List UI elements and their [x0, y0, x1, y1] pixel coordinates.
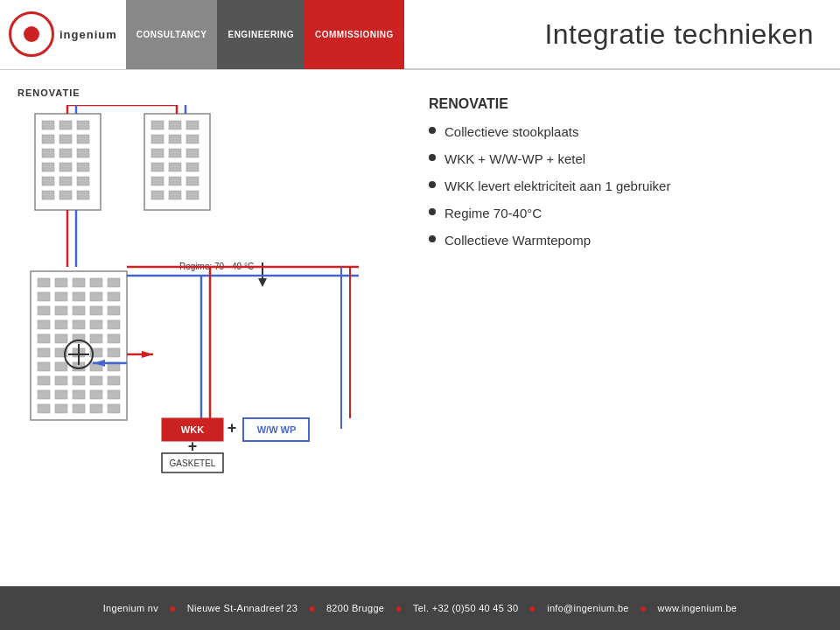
svg-rect-24 — [169, 135, 181, 144]
svg-rect-23 — [151, 135, 164, 144]
footer-dot: ● — [640, 601, 648, 615]
svg-rect-85 — [38, 390, 50, 399]
svg-rect-48 — [90, 278, 102, 287]
svg-rect-7 — [42, 149, 54, 158]
svg-rect-49 — [108, 278, 120, 287]
logo-circle-inner — [24, 26, 39, 42]
svg-rect-18 — [77, 191, 89, 200]
svg-rect-35 — [151, 191, 164, 200]
svg-rect-87 — [73, 390, 85, 399]
svg-rect-20 — [151, 121, 164, 130]
svg-rect-5 — [60, 135, 72, 144]
svg-rect-66 — [55, 334, 67, 343]
footer-website: www.ingenium.be — [658, 603, 738, 613]
svg-rect-69 — [108, 334, 120, 343]
list-item: WKK + W/W-WP + ketel — [429, 150, 814, 168]
svg-rect-46 — [55, 278, 67, 287]
svg-rect-27 — [169, 149, 181, 158]
svg-rect-92 — [73, 404, 85, 413]
svg-rect-30 — [169, 163, 181, 172]
svg-rect-15 — [77, 177, 89, 186]
svg-rect-76 — [55, 362, 67, 371]
bullet-dot — [429, 208, 436, 215]
svg-rect-80 — [38, 376, 50, 385]
svg-text:W/W WP: W/W WP — [257, 424, 297, 435]
svg-rect-82 — [73, 376, 85, 385]
svg-rect-90 — [38, 404, 50, 413]
svg-rect-9 — [77, 149, 89, 158]
svg-rect-37 — [186, 191, 199, 200]
footer-dot: ● — [169, 601, 177, 615]
svg-rect-13 — [42, 177, 54, 186]
svg-text:GASKETEL: GASKETEL — [170, 458, 216, 468]
svg-rect-83 — [90, 376, 102, 385]
text-area: RENOVATIE Collectieve stookplaats WKK + … — [420, 79, 840, 586]
svg-rect-32 — [151, 177, 164, 186]
svg-rect-33 — [169, 177, 181, 186]
svg-rect-93 — [90, 404, 102, 413]
list-item: WKK levert elektriciteit aan 1 gebruiker — [429, 177, 814, 195]
svg-text:+: + — [188, 438, 198, 455]
svg-rect-62 — [73, 320, 85, 329]
list-item: Regime 70-40°C — [429, 204, 814, 222]
svg-rect-57 — [73, 306, 85, 315]
svg-rect-29 — [151, 163, 164, 172]
svg-rect-8 — [60, 149, 72, 158]
footer-email: info@ingenium.be — [547, 603, 629, 613]
svg-rect-17 — [60, 191, 72, 200]
bullet-dot — [429, 154, 436, 161]
svg-rect-4 — [42, 135, 54, 144]
svg-rect-65 — [38, 334, 50, 343]
footer-tel: Tel. +32 (0)50 40 45 30 — [413, 603, 518, 613]
renovatie-label-top: RENOVATIE — [18, 88, 411, 98]
svg-rect-6 — [77, 135, 89, 144]
footer-city: 8200 Brugge — [326, 603, 384, 613]
svg-rect-31 — [186, 163, 199, 172]
footer-address: Nieuwe St-Annadreef 23 — [187, 603, 298, 613]
logo-text: ingenium — [60, 28, 117, 41]
footer-dot: ● — [395, 601, 402, 615]
svg-marker-102 — [258, 278, 267, 287]
renovatie-heading: RENOVATIE — [429, 96, 814, 112]
svg-rect-28 — [186, 149, 199, 158]
list-item: Collectieve Warmtepomp — [429, 231, 814, 249]
svg-rect-86 — [55, 390, 67, 399]
footer-dot: ● — [308, 601, 316, 615]
nav-tab-consultancy[interactable]: CONSULTANCY — [126, 0, 218, 69]
svg-rect-56 — [55, 306, 67, 315]
svg-rect-63 — [90, 320, 102, 329]
svg-rect-61 — [55, 320, 67, 329]
svg-rect-16 — [42, 191, 54, 200]
svg-text:+: + — [228, 419, 237, 437]
header: ingenium CONSULTANCY ENGINEERING COMMISS… — [0, 0, 840, 70]
svg-rect-3 — [77, 121, 89, 130]
svg-marker-116 — [142, 351, 153, 358]
svg-rect-10 — [42, 163, 54, 172]
svg-rect-89 — [108, 390, 120, 399]
svg-rect-59 — [108, 306, 120, 315]
page-title: Integratie technieken — [544, 18, 814, 51]
svg-rect-36 — [169, 191, 181, 200]
svg-rect-25 — [186, 135, 199, 144]
svg-rect-34 — [186, 177, 199, 186]
bullet-list: Collectieve stookplaats WKK + W/W-WP + k… — [429, 122, 814, 249]
svg-rect-70 — [38, 348, 50, 357]
logo-area: ingenium CONSULTANCY ENGINEERING COMMISS… — [0, 0, 236, 69]
svg-rect-26 — [151, 149, 164, 158]
svg-rect-64 — [108, 320, 120, 329]
svg-rect-75 — [38, 362, 50, 371]
svg-rect-50 — [38, 292, 50, 301]
diagram-svg: Regime: 70 - 40 °C WKK + W/W WP + — [18, 105, 394, 525]
svg-rect-68 — [90, 334, 102, 343]
svg-rect-22 — [186, 121, 199, 130]
svg-rect-1 — [42, 121, 54, 130]
svg-rect-51 — [55, 292, 67, 301]
bullet-dot — [429, 235, 436, 242]
svg-rect-84 — [108, 376, 120, 385]
svg-rect-12 — [77, 163, 89, 172]
svg-rect-74 — [108, 348, 120, 357]
svg-rect-11 — [60, 163, 72, 172]
bullet-dot — [429, 127, 436, 134]
svg-rect-54 — [108, 292, 120, 301]
diagram-area: RENOVATIE — [0, 79, 420, 586]
